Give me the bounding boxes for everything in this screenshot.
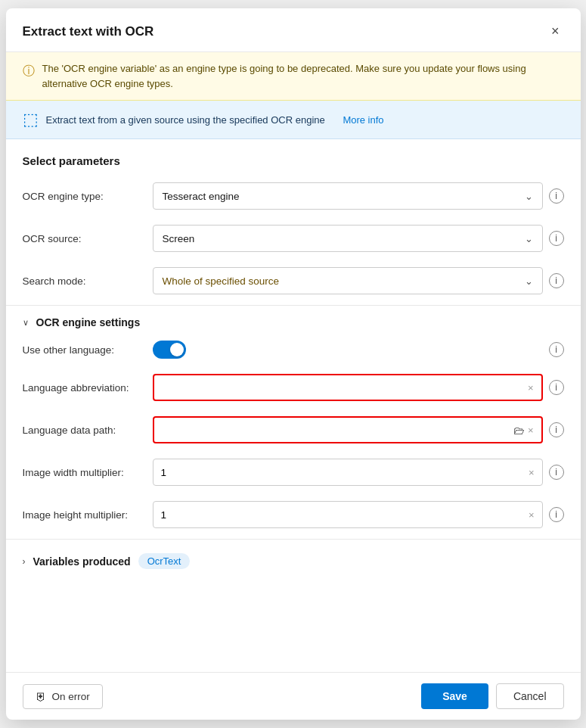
ocr-source-control: Screen ⌄ i	[153, 225, 564, 252]
ocr-source-value: Screen	[163, 233, 195, 244]
image-height-multiplier-row: Image height multiplier: × i	[6, 493, 581, 536]
ocr-source-select[interactable]: Screen ⌄	[153, 225, 543, 252]
language-abbreviation-label: Language abbreviation:	[23, 382, 144, 394]
language-data-path-info-icon[interactable]: i	[549, 422, 564, 437]
ocr-engine-settings-section[interactable]: ∨ OCR engine settings	[6, 309, 581, 333]
language-data-path-label: Language data path:	[23, 425, 144, 436]
warning-text: The 'OCR engine variable' as an engine t…	[42, 61, 564, 91]
folder-icon[interactable]: 🗁	[513, 424, 525, 437]
select-parameters-heading: Select parameters	[6, 139, 581, 175]
search-mode-value: Whole of specified source	[163, 275, 280, 287]
variables-produced-row: › Variables produced OcrText	[6, 543, 581, 575]
clear-icon[interactable]: ×	[528, 382, 534, 394]
search-mode-label: Search mode:	[23, 275, 144, 287]
dialog-header: Extract text with OCR ×	[6, 8, 581, 52]
warning-icon: ⓘ	[23, 62, 35, 80]
collapse-chevron-icon: ∨	[23, 318, 29, 328]
clear-icon[interactable]: ×	[529, 467, 535, 478]
image-width-multiplier-input-box[interactable]: ×	[153, 459, 543, 486]
divider-2	[6, 539, 581, 540]
language-data-path-control: 🗁 × i	[153, 416, 564, 443]
image-width-multiplier-control: × i	[153, 459, 564, 486]
ocr-engine-type-value: Tesseract engine	[163, 191, 240, 202]
ocr-source-row: OCR source: Screen ⌄ i	[6, 217, 581, 260]
image-height-multiplier-input[interactable]	[161, 509, 529, 521]
language-data-path-input[interactable]	[162, 425, 513, 436]
ocr-engine-type-select[interactable]: Tesseract engine ⌄	[153, 182, 543, 210]
ocr-icon: ⬚	[23, 110, 39, 129]
image-height-multiplier-input-box[interactable]: ×	[153, 501, 543, 528]
language-abbreviation-control: × i	[153, 374, 564, 401]
image-height-multiplier-control: × i	[153, 501, 564, 528]
use-other-language-control: i	[153, 341, 564, 359]
language-data-path-row: Language data path: 🗁 × i	[6, 409, 581, 451]
ocr-text-badge: OcrText	[138, 553, 191, 569]
use-other-language-info-icon[interactable]: i	[549, 342, 564, 357]
close-button[interactable]: ×	[547, 22, 564, 41]
ocr-source-label: OCR source:	[23, 233, 144, 244]
chevron-down-icon: ⌄	[525, 275, 533, 287]
ocr-engine-type-label: OCR engine type:	[23, 191, 144, 202]
on-error-label: On error	[52, 691, 90, 702]
chevron-down-icon: ⌄	[525, 191, 533, 202]
ocr-engine-settings-label: OCR engine settings	[36, 316, 141, 328]
language-abbreviation-row: Language abbreviation: × i	[6, 366, 581, 409]
language-data-path-input-box[interactable]: 🗁 ×	[153, 416, 543, 443]
language-abbreviation-info-icon[interactable]: i	[549, 380, 564, 395]
footer-right-actions: Save Cancel	[421, 683, 563, 709]
warning-banner: ⓘ The 'OCR engine variable' as an engine…	[6, 52, 581, 101]
divider	[6, 305, 581, 306]
save-button[interactable]: Save	[421, 683, 488, 709]
variables-chevron-icon: ›	[23, 556, 26, 567]
info-banner: ⬚ Extract text from a given source using…	[6, 101, 581, 139]
language-abbreviation-input[interactable]	[162, 382, 528, 394]
shield-icon: ⛨	[36, 690, 47, 703]
info-banner-text: Extract text from a given source using t…	[46, 114, 325, 126]
use-other-language-row: Use other language: i	[6, 333, 581, 366]
ocr-engine-type-info-icon[interactable]: i	[549, 188, 564, 204]
ocr-source-info-icon[interactable]: i	[549, 231, 564, 246]
chevron-down-icon: ⌄	[525, 233, 533, 244]
image-width-multiplier-row: Image width multiplier: × i	[6, 451, 581, 493]
language-abbreviation-input-box[interactable]: ×	[153, 374, 543, 401]
extract-text-dialog: Extract text with OCR × ⓘ The 'OCR engin…	[6, 8, 581, 720]
search-mode-row: Search mode: Whole of specified source ⌄…	[6, 260, 581, 302]
variables-produced-label: Variables produced	[33, 555, 131, 568]
more-info-link[interactable]: More info	[343, 114, 383, 126]
dialog-footer: ⛨ On error Save Cancel	[6, 672, 581, 720]
image-height-multiplier-label: Image height multiplier:	[23, 509, 144, 521]
use-other-language-label: Use other language:	[23, 344, 144, 356]
ocr-engine-type-row: OCR engine type: Tesseract engine ⌄ i	[6, 175, 581, 217]
image-width-multiplier-input[interactable]	[161, 467, 529, 478]
image-width-multiplier-info-icon[interactable]: i	[549, 465, 564, 480]
image-width-multiplier-label: Image width multiplier:	[23, 467, 144, 478]
cancel-button[interactable]: Cancel	[496, 683, 564, 709]
search-mode-select[interactable]: Whole of specified source ⌄	[153, 267, 543, 294]
dialog-title: Extract text with OCR	[23, 24, 154, 39]
use-other-language-toggle[interactable]	[153, 341, 186, 359]
clear-icon[interactable]: ×	[529, 509, 535, 521]
search-mode-info-icon[interactable]: i	[549, 273, 564, 288]
image-height-multiplier-info-icon[interactable]: i	[549, 507, 564, 522]
on-error-button[interactable]: ⛨ On error	[23, 684, 103, 709]
toggle-knob	[170, 343, 184, 356]
ocr-engine-type-control: Tesseract engine ⌄ i	[153, 182, 564, 210]
search-mode-control: Whole of specified source ⌄ i	[153, 267, 564, 294]
clear-icon[interactable]: ×	[528, 425, 534, 436]
